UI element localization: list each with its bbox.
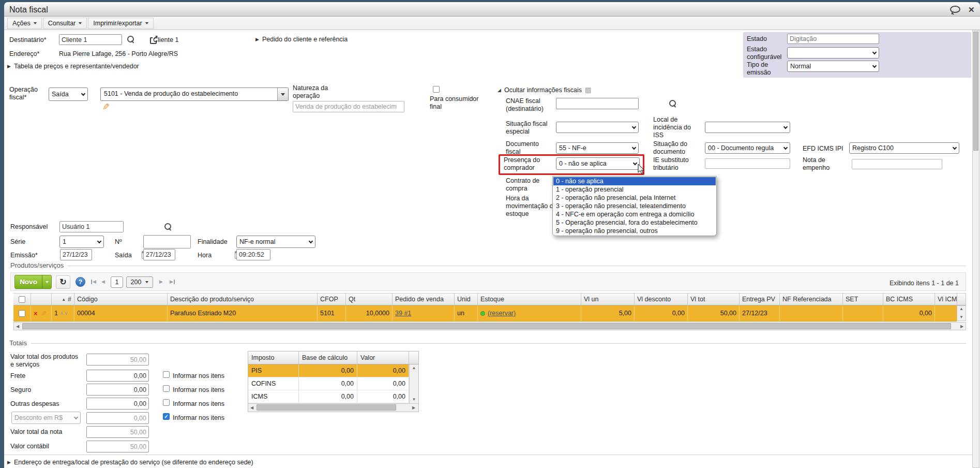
search-icon[interactable]	[669, 100, 677, 108]
impostos-col-base[interactable]: Base de cálculo	[299, 352, 357, 364]
natureza-operacao-input[interactable]: Venda de produção do estabelecim	[293, 101, 404, 112]
pager-next-icon[interactable]: ▶	[159, 280, 163, 284]
responsavel-input[interactable]: Usuário 1	[59, 221, 124, 232]
table-row[interactable]: PIS 0,00 0,00	[248, 364, 409, 377]
pedido-cliente-section-toggle[interactable]: ▶Pedido do cliente e referência	[255, 36, 348, 43]
vcontabil-input[interactable]: 50,00	[86, 441, 149, 452]
situacao-documento-select[interactable]: 00 - Documento regula	[705, 142, 790, 154]
column-header-bcicms[interactable]: BC ICMS	[883, 293, 935, 305]
pedido-venda-link[interactable]: 39 #1	[395, 310, 411, 317]
seguro-informar-checkbox[interactable]	[163, 385, 170, 392]
notes-grid-icon[interactable]: ▤	[585, 86, 591, 94]
informacoes-fiscais-section-toggle[interactable]: ◢Ocultar informações fiscais▤	[497, 86, 591, 94]
scroll-right-icon[interactable]: ▶	[960, 325, 963, 329]
vnota-input[interactable]: 50,00	[86, 426, 149, 438]
cfop-combobox[interactable]: 5101 - Venda de produção do estabelecime…	[100, 87, 289, 101]
edit-row-icon[interactable]: ✎	[41, 310, 47, 317]
ie-substituto-input[interactable]	[705, 158, 790, 169]
dropdown-option[interactable]: 3 - operação não presencial, teleatendim…	[553, 202, 716, 210]
documento-fiscal-select[interactable]: 55 - NF-e	[556, 142, 639, 154]
estado-configuravel-select[interactable]	[787, 47, 879, 58]
column-header-descricao[interactable]: Descrição do produto/serviço	[168, 293, 318, 305]
column-header-pedido[interactable]: Pedido de venda	[393, 293, 455, 305]
column-header-nfref[interactable]: NF Referenciada	[780, 293, 843, 305]
scrollbar-thumb[interactable]	[22, 323, 951, 329]
consumidor-final-checkbox[interactable]	[433, 86, 440, 93]
scroll-up-icon[interactable]: ▲	[959, 307, 963, 311]
local-iss-select[interactable]	[705, 122, 790, 133]
novo-dropdown-arrow[interactable]	[42, 275, 51, 288]
situacao-fiscal-select[interactable]	[556, 122, 639, 133]
seguro-input[interactable]: 0,00	[86, 384, 149, 396]
impostos-col-imposto[interactable]: Imposto	[248, 352, 299, 364]
scroll-left-icon[interactable]: ◀	[16, 325, 19, 329]
column-header-qt[interactable]: Qt	[346, 293, 393, 305]
hora-input[interactable]: 09:20:52	[236, 249, 270, 260]
finalidade-select[interactable]: NF-e normal	[236, 236, 315, 248]
desconto-input[interactable]: 0,00	[86, 412, 149, 424]
pager-last-icon[interactable]: ▶	[170, 280, 175, 284]
dropdown-option[interactable]: 0 - não se aplica	[553, 177, 716, 185]
saida-date-input[interactable]: 27/12/23	[143, 249, 175, 260]
column-header-vlicms[interactable]: Vl ICMS	[935, 293, 957, 305]
numero-input[interactable]	[143, 235, 191, 248]
search-icon[interactable]	[127, 36, 135, 43]
destinatario-input[interactable]: Cliente 1	[59, 34, 122, 45]
column-header-vltot[interactable]: Vl tot	[688, 293, 740, 305]
dropdown-option[interactable]: 1 - operação presencial	[553, 185, 716, 194]
column-header-entrega[interactable]: Entrega PV	[740, 293, 780, 305]
table-row[interactable]: ICMS 0,00 0,00	[248, 390, 409, 403]
column-header-num[interactable]: ▲#	[52, 293, 74, 305]
tabela-precos-section-toggle[interactable]: ▶Tabela de preços e representante/vended…	[7, 63, 139, 70]
operacao-tipo-select[interactable]: Saída	[49, 87, 88, 101]
row-checkbox[interactable]	[19, 310, 25, 317]
scroll-down-icon[interactable]: ▼	[959, 315, 963, 319]
column-header-vldesconto[interactable]: Vl desconto	[635, 293, 688, 305]
dropdown-option[interactable]: 9 - operação não presencial, outros	[553, 227, 716, 235]
scroll-right-icon[interactable]: ▶	[412, 406, 415, 410]
column-header-set[interactable]: SET	[843, 293, 883, 305]
table-row[interactable]: ×✎ 1∧∨ 00004 Parafuso Estriado M20 5101 …	[13, 305, 957, 321]
menu-consultar[interactable]: Consultar	[43, 18, 87, 29]
emissao-date-input[interactable]: 27/12/23	[60, 249, 92, 260]
pager-prev-icon[interactable]: ◀	[101, 280, 105, 284]
search-icon[interactable]	[164, 223, 172, 231]
menu-acoes[interactable]: Ações	[7, 18, 42, 29]
cnae-input[interactable]	[556, 98, 639, 109]
dropdown-option[interactable]: 2 - operação não presencial, pela Intern…	[553, 194, 716, 202]
estado-input[interactable]: Digitação	[787, 34, 879, 44]
frete-input[interactable]: 0,00	[86, 370, 149, 382]
help-icon[interactable]: ?	[76, 277, 85, 287]
tipo-emissao-select[interactable]: Normal	[787, 61, 879, 72]
column-header-cfop[interactable]: CFOP	[318, 293, 346, 305]
scroll-left-icon[interactable]: ◀	[250, 406, 253, 410]
edit-pencil-icon[interactable]: ✎	[102, 103, 110, 111]
presenca-comprador-select[interactable]: 0 - não se aplica	[556, 157, 640, 170]
scrollbar-thumb[interactable]	[973, 32, 978, 151]
column-header-unid[interactable]: Unid	[455, 293, 478, 305]
destinatario-link[interactable]: Cliente 1	[153, 36, 178, 44]
grid-vertical-scrollbar[interactable]: ▲ ▼	[957, 305, 966, 321]
impostos-vertical-scrollbar[interactable]: ▲ ▼	[409, 364, 418, 403]
combo-dropdown-button[interactable]	[277, 88, 288, 100]
pager-first-icon[interactable]: ◀	[91, 280, 96, 284]
efd-select[interactable]: Registro C100	[849, 142, 959, 154]
window-vertical-scrollbar[interactable]	[972, 30, 979, 468]
dropdown-option[interactable]: 4 - NFC-e em operação com entrega a domi…	[553, 210, 716, 218]
impostos-horizontal-scrollbar[interactable]: ◀ ▶	[248, 403, 418, 412]
vtotal-input[interactable]: 50,00	[86, 354, 149, 365]
move-up-down-icons[interactable]: ∧∨	[60, 311, 69, 316]
select-all-checkbox[interactable]	[19, 296, 25, 303]
delete-row-icon[interactable]: ×	[34, 310, 38, 317]
column-header-codigo[interactable]: Código	[74, 293, 168, 305]
desconto-tipo-select[interactable]: Desconto em R$	[11, 412, 81, 424]
desconto-informar-checkbox[interactable]	[163, 413, 170, 420]
column-header-vlun[interactable]: Vl un	[581, 293, 635, 305]
nota-empenho-input[interactable]	[852, 159, 942, 169]
impostos-col-valor[interactable]: Valor	[357, 352, 409, 364]
page-size-select[interactable]: 200	[126, 276, 153, 288]
serie-select[interactable]: 1	[59, 236, 104, 248]
dropdown-option[interactable]: 5 - Operação presencial, fora do estabel…	[553, 218, 716, 227]
novo-button[interactable]: Novo	[14, 275, 52, 289]
menu-imprimir-exportar[interactable]: Imprimir/exportar	[88, 18, 153, 29]
